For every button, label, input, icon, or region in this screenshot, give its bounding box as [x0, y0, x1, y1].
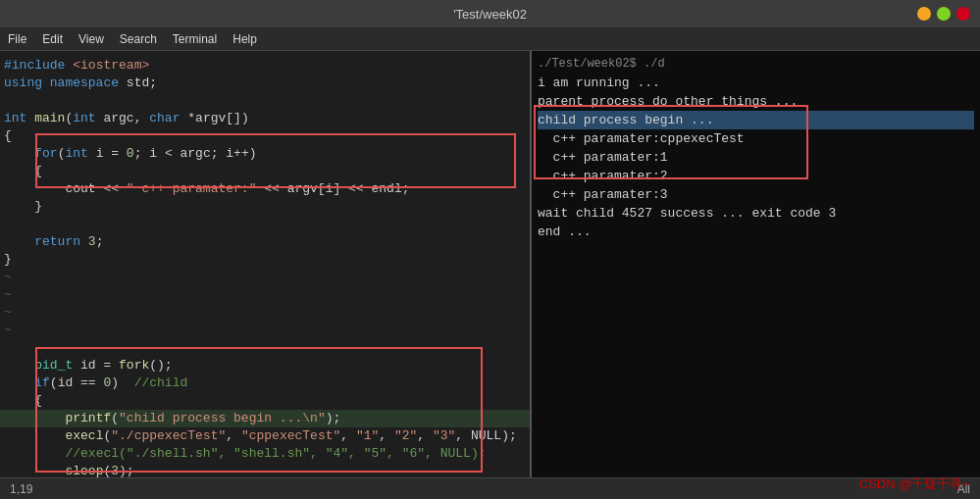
code-line-for: for(int i = 0; i < argc; i++): [0, 145, 530, 163]
code-line-execl2: //execl("./shell.sh", "shell.sh", "4", "…: [0, 445, 530, 463]
main-content: #include <iostream> using namespace std;…: [0, 51, 980, 477]
code-line-brace1: {: [0, 127, 530, 145]
close-button[interactable]: [956, 7, 970, 21]
terminal-line-1: i am running ...: [538, 74, 974, 92]
code-line-brace2: {: [0, 163, 530, 180]
status-bar: 1,19 All CSDN @千疑千寻~: [0, 477, 980, 499]
terminal-line-9: end ...: [538, 223, 974, 241]
code-line-brace3: }: [0, 198, 530, 216]
status-position: 1,19: [10, 482, 32, 496]
terminal-line-6: c++ paramater:2: [538, 167, 974, 185]
code-line-pid: pid_t id = fork();: [0, 357, 530, 374]
code-line-tilde3: ~: [0, 304, 530, 322]
title-bar: 'Test/week02: [0, 0, 980, 27]
menu-file[interactable]: File: [8, 32, 26, 46]
terminal-line-4: c++ paramater:cppexecTest: [538, 129, 974, 148]
terminal-line-5: c++ paramater:1: [538, 148, 974, 167]
code-line-tilde1: ~: [0, 269, 530, 286]
watermark: CSDN @千疑千寻~: [859, 475, 970, 493]
code-line-brace5: {: [0, 392, 530, 410]
code-line-tilde2: ~: [0, 286, 530, 304]
main-window: 'Test/week02 File Edit View Search Termi…: [0, 0, 980, 499]
code-line-sleep: sleep(3);: [0, 463, 530, 477]
code-line-printf1: printf("child process begin ...\n");: [0, 410, 530, 427]
terminal-line-3: child process begin ...: [538, 111, 974, 129]
menu-edit[interactable]: Edit: [42, 32, 63, 46]
minimize-button[interactable]: [917, 7, 931, 21]
terminal-line-2: parent process do other things ...: [538, 92, 974, 111]
code-line-empty3: [0, 339, 530, 357]
code-line-cout: cout << " c++ paramater:" << argv[i] << …: [0, 180, 530, 198]
code-line-ns: using namespace std;: [0, 75, 530, 92]
code-line-empty2: [0, 216, 530, 233]
code-line-return: return 3;: [0, 233, 530, 251]
terminal-panel[interactable]: ./Test/week02$ ./d i am running ... pare…: [530, 51, 980, 477]
code-line-execl: execl("./cppexecTest", "cppexecTest", "1…: [0, 427, 530, 445]
code-line-brace4: }: [0, 251, 530, 269]
code-line-include: #include <iostream>: [0, 57, 530, 75]
menu-search[interactable]: Search: [120, 32, 157, 46]
menu-terminal[interactable]: Terminal: [173, 32, 217, 46]
terminal-line-7: c++ paramater:3: [538, 185, 974, 204]
code-line-tilde4: ~: [0, 322, 530, 339]
menu-view[interactable]: View: [78, 32, 104, 46]
window-controls: [917, 7, 970, 21]
window-title: 'Test/week02: [453, 7, 527, 22]
code-line-main: int main(int argc, char *argv[]): [0, 110, 530, 127]
editor-panel[interactable]: #include <iostream> using namespace std;…: [0, 51, 530, 477]
terminal-header: ./Test/week02$ ./d: [538, 55, 974, 74]
menu-bar: File Edit View Search Terminal Help: [0, 27, 980, 51]
code-line-empty1: [0, 92, 530, 110]
code-line-ifid: if(id == 0) //child: [0, 374, 530, 392]
menu-help[interactable]: Help: [232, 32, 257, 46]
terminal-line-8: wait child 4527 success ... exit code 3: [538, 204, 974, 223]
maximize-button[interactable]: [937, 7, 951, 21]
